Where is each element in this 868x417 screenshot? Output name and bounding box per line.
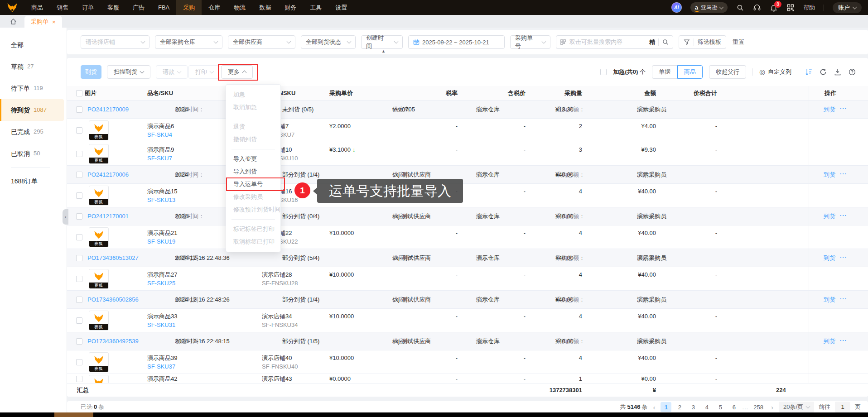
filter-template-button[interactable]: 筛选模板 xyxy=(679,35,726,49)
product-sku-link[interactable]: SF-SKU7 xyxy=(147,154,172,163)
more-actions-icon[interactable]: ··· xyxy=(840,165,847,183)
sidebar-item-待下单[interactable]: 待下单119 xyxy=(0,77,64,99)
page-size-select[interactable]: 20条/页 xyxy=(779,402,814,412)
more-actions-icon[interactable]: ··· xyxy=(840,248,847,266)
row-checkbox[interactable] xyxy=(76,255,82,261)
nav-item-销售[interactable]: 销售 xyxy=(50,0,75,15)
row-checkbox[interactable] xyxy=(76,192,82,199)
urgent-only-checkbox[interactable] xyxy=(600,69,607,75)
row-checkbox[interactable] xyxy=(76,297,82,303)
pagination-page-6[interactable]: 6 xyxy=(728,402,739,412)
row-checkbox[interactable] xyxy=(76,376,82,382)
more-button[interactable]: 更多 xyxy=(221,65,253,79)
row-checkbox[interactable] xyxy=(76,338,82,345)
search-icon[interactable] xyxy=(736,4,744,12)
nav-item-FBA[interactable]: FBA xyxy=(151,0,176,15)
arrive-action-link[interactable]: 到货 xyxy=(824,332,835,350)
notification-bell-icon[interactable]: 8 xyxy=(770,4,778,12)
menu-item-导入到货[interactable]: 导入到货 xyxy=(226,165,280,178)
payment-request-button[interactable]: 请款 xyxy=(156,65,188,79)
row-checkbox[interactable] xyxy=(76,317,82,324)
row-checkbox[interactable] xyxy=(76,151,82,157)
arrive-action-link[interactable]: 到货 xyxy=(824,166,835,184)
home-tab-button[interactable] xyxy=(6,16,20,26)
scan-arrive-button[interactable]: 扫描到货 xyxy=(107,65,150,79)
product-sku-link[interactable]: SF-SKU25 xyxy=(147,279,175,288)
view-mode-product[interactable]: 商品 xyxy=(677,65,703,79)
print-button[interactable]: 打印 xyxy=(188,65,220,79)
warehouse-select[interactable]: 全部采购仓库 xyxy=(155,35,222,49)
more-actions-icon[interactable]: ··· xyxy=(840,290,847,308)
headset-icon[interactable] xyxy=(753,4,761,12)
nav-item-数据[interactable]: 数据 xyxy=(252,0,278,15)
row-checkbox[interactable] xyxy=(76,359,82,365)
nav-item-采购[interactable]: 采购 xyxy=(176,0,202,15)
account-menu[interactable]: 账户 xyxy=(833,2,862,13)
pagination-page-1[interactable]: 1 xyxy=(661,402,671,412)
refresh-icon[interactable] xyxy=(819,68,827,76)
nav-item-工具[interactable]: 工具 xyxy=(303,0,328,15)
sidebar-item-已取消[interactable]: 已取消50 xyxy=(0,143,64,164)
row-height-icon[interactable] xyxy=(805,68,813,76)
tab-purchase-orders[interactable]: 采购单 × xyxy=(24,16,62,28)
arrive-action-link[interactable]: 到货 xyxy=(824,207,835,225)
po-number-link[interactable]: PO1734360492539 xyxy=(87,332,139,350)
nav-item-仓库[interactable]: 仓库 xyxy=(202,0,227,15)
date-range-picker[interactable]: 2025-09-22 ~ 2025-10-21 xyxy=(408,35,505,49)
po-number-link[interactable]: PO2412170006 xyxy=(87,166,129,184)
po-number-link[interactable]: PO2412170009 xyxy=(87,101,129,119)
product-sku-link[interactable]: SF-SKU37 xyxy=(147,363,175,371)
goto-page-input[interactable]: 1 xyxy=(835,402,850,412)
collapse-parent-rows-button[interactable]: 收起父行 xyxy=(709,65,746,79)
app-logo-fox-icon[interactable] xyxy=(0,0,24,15)
nav-item-设置[interactable]: 设置 xyxy=(328,0,354,15)
row-checkbox[interactable] xyxy=(76,127,82,134)
more-actions-icon[interactable]: ··· xyxy=(840,100,847,118)
row-checkbox[interactable] xyxy=(76,213,82,220)
more-actions-icon[interactable]: ··· xyxy=(840,206,847,225)
pagination-page-3[interactable]: 3 xyxy=(688,402,699,412)
close-tab-icon[interactable]: × xyxy=(52,19,56,25)
arrive-action-link[interactable]: 到货 xyxy=(824,249,835,267)
pagination-page-2[interactable]: 2 xyxy=(674,402,685,412)
apps-grid-icon[interactable] xyxy=(786,4,795,12)
next-page-button[interactable]: › xyxy=(770,403,774,411)
pagination-page-5[interactable]: 5 xyxy=(715,402,726,412)
arrival-status-select[interactable]: 全部到货状态 xyxy=(301,35,356,49)
sidebar-collapse-handle[interactable]: ‹ xyxy=(63,209,68,225)
nav-item-广告[interactable]: 广告 xyxy=(126,0,151,15)
sidebar-item-1688订单[interactable]: 1688订单 xyxy=(0,170,64,192)
search-submit-icon[interactable] xyxy=(662,38,669,46)
sidebar-item-待到货[interactable]: 待到货1087 xyxy=(0,99,64,121)
row-checkbox[interactable] xyxy=(76,234,82,240)
view-mode-document[interactable]: 单据 xyxy=(652,65,677,79)
menu-item-导入变更[interactable]: 导入变更 xyxy=(226,153,280,165)
help-link[interactable]: 帮助 xyxy=(803,4,815,12)
export-download-icon[interactable] xyxy=(834,68,842,76)
select-all-checkbox[interactable] xyxy=(76,90,82,96)
prev-page-button[interactable]: ‹ xyxy=(652,403,656,411)
ai-assistant-button[interactable]: AI xyxy=(671,2,682,13)
arrive-button[interactable]: 到货 xyxy=(81,65,101,79)
row-checkbox[interactable] xyxy=(76,276,82,282)
nav-item-商品[interactable]: 商品 xyxy=(24,0,50,15)
product-sku-link[interactable]: SF-SKU19 xyxy=(147,238,175,246)
sidebar-item-草稿[interactable]: 草稿27 xyxy=(0,56,64,77)
sidebar-item-全部[interactable]: 全部 xyxy=(0,34,64,56)
reset-filters-button[interactable]: 重置 xyxy=(733,38,744,46)
pagination-page-4[interactable]: 4 xyxy=(701,402,712,412)
marketplace-selector[interactable]: a 亚马逊 xyxy=(690,2,728,13)
nav-item-物流[interactable]: 物流 xyxy=(227,0,252,15)
product-sku-link[interactable]: SF-SKU4 xyxy=(147,131,172,139)
filter-collapse-icon[interactable]: ▲ xyxy=(381,49,386,53)
sidebar-item-已完成[interactable]: 已完成295 xyxy=(0,121,64,143)
product-sku-link[interactable]: SF-SKU31 xyxy=(147,321,175,329)
row-checkbox[interactable] xyxy=(76,172,82,178)
menu-item-导入运单号[interactable]: 导入运单号 xyxy=(226,178,280,191)
nav-item-订单[interactable]: 订单 xyxy=(75,0,101,15)
exact-search-toggle[interactable]: 精 xyxy=(649,38,655,46)
more-actions-icon[interactable]: ··· xyxy=(840,331,847,350)
arrive-action-link[interactable]: 到货 xyxy=(824,101,835,119)
pagination-page-258[interactable]: 258 xyxy=(751,402,766,412)
time-type-select[interactable]: 创建时间 xyxy=(361,35,403,49)
